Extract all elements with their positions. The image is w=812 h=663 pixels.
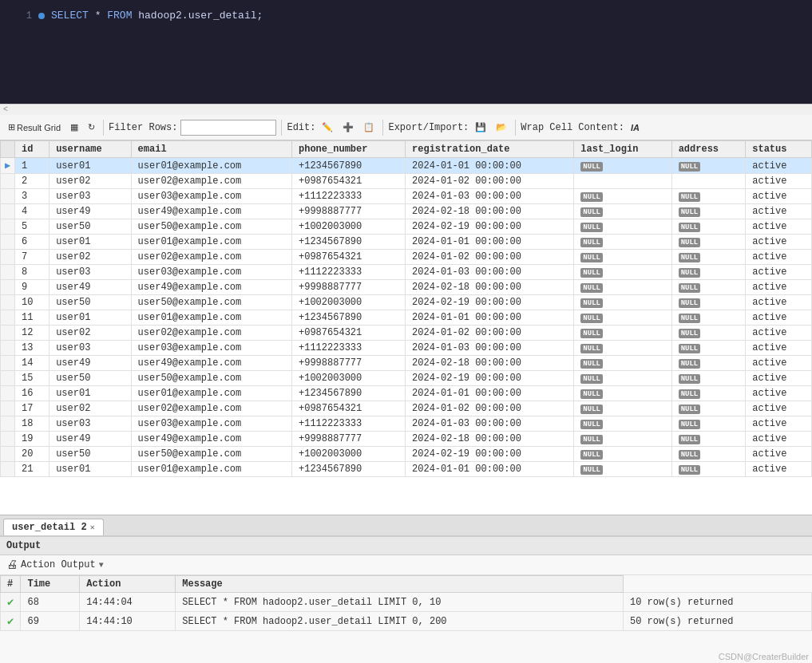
table-row[interactable]: 9 user49 user49@example.com +9998887777 … [1,280,812,295]
cell-id[interactable]: 11 [15,310,50,326]
cell-address[interactable]: NULL [671,235,746,250]
edit-pencil-button[interactable]: ✏️ [319,120,336,134]
col-email[interactable]: email [131,141,291,158]
cell-email[interactable]: user01@example.com [131,310,291,326]
cell-address[interactable]: NULL [671,189,746,204]
cell-last-login[interactable]: NULL [574,462,671,477]
cell-username[interactable]: user49 [50,356,131,371]
breakpoint-dot[interactable] [38,13,45,19]
cell-email[interactable]: user01@example.com [131,235,291,250]
cell-status[interactable]: active [746,250,812,265]
cell-phone[interactable]: +1002003000 [292,295,406,310]
cell-username[interactable]: user02 [50,326,131,341]
dropdown-arrow-icon[interactable]: ▼ [99,561,104,570]
cell-id[interactable]: 12 [15,326,50,341]
cell-reg-date[interactable]: 2024-01-03 00:00:00 [406,416,574,432]
cell-address[interactable]: NULL [671,462,746,477]
cell-username[interactable]: user03 [50,416,131,432]
cell-email[interactable]: user50@example.com [131,447,291,462]
table-row[interactable]: 5 user50 user50@example.com +1002003000 … [1,219,812,235]
edit-plus-button[interactable]: ➕ [339,120,357,134]
cell-id[interactable]: 6 [15,235,50,250]
cell-status[interactable]: active [746,371,812,386]
table-row[interactable]: 14 user49 user49@example.com +9998887777… [1,356,812,371]
table-row[interactable]: 17 user02 user02@example.com +0987654321… [1,401,812,416]
cell-email[interactable]: user02@example.com [131,326,291,341]
cell-id[interactable]: 20 [15,447,50,462]
cell-phone[interactable]: +1234567890 [292,310,406,326]
cell-id[interactable]: 10 [15,295,50,310]
table-row[interactable]: 2 user02 user02@example.com +0987654321 … [1,174,812,189]
cell-last-login[interactable]: NULL [574,204,671,219]
cell-reg-date[interactable]: 2024-01-01 00:00:00 [406,158,574,174]
cell-username[interactable]: user49 [50,432,131,447]
export-button[interactable]: 💾 [472,120,489,134]
table-row[interactable]: 21 user01 user01@example.com +1234567890… [1,462,812,477]
cell-id[interactable]: 13 [15,341,50,356]
cell-phone[interactable]: +1234567890 [292,158,406,174]
tab-close-icon[interactable]: ✕ [90,523,95,532]
table-row[interactable]: ▶ 1 user01 user01@example.com +123456789… [1,158,812,174]
cell-status[interactable]: active [746,341,812,356]
cell-id[interactable]: 5 [15,219,50,235]
cell-status[interactable]: active [746,386,812,401]
cell-address[interactable]: NULL [671,371,746,386]
cell-last-login[interactable]: NULL [574,432,671,447]
table-row[interactable]: 13 user03 user03@example.com +1112223333… [1,341,812,356]
cell-email[interactable]: user01@example.com [131,462,291,477]
cell-phone[interactable]: +9998887777 [292,204,406,219]
table-row[interactable]: 6 user01 user01@example.com +1234567890 … [1,235,812,250]
cell-last-login[interactable]: NULL [574,219,671,235]
cell-reg-date[interactable]: 2024-02-19 00:00:00 [406,295,574,310]
cell-status[interactable]: active [746,235,812,250]
cell-username[interactable]: user02 [50,250,131,265]
cell-status[interactable]: active [746,158,812,174]
cell-phone[interactable]: +1112223333 [292,341,406,356]
table-row[interactable]: 15 user50 user50@example.com +1002003000… [1,371,812,386]
cell-username[interactable]: user03 [50,341,131,356]
cell-phone[interactable]: +1002003000 [292,447,406,462]
cell-address[interactable]: NULL [671,204,746,219]
data-table-container[interactable]: id username email phone_number registrat… [0,140,812,515]
cell-address[interactable]: NULL [671,265,746,280]
cell-last-login[interactable]: NULL [574,386,671,401]
cell-email[interactable]: user03@example.com [131,341,291,356]
cell-phone[interactable]: +1112223333 [292,265,406,280]
cell-reg-date[interactable]: 2024-02-18 00:00:00 [406,432,574,447]
cell-reg-date[interactable]: 2024-02-18 00:00:00 [406,204,574,219]
cell-address[interactable]: NULL [671,280,746,295]
cell-reg-date[interactable]: 2024-01-03 00:00:00 [406,189,574,204]
col-id[interactable]: id [15,141,50,158]
cell-reg-date[interactable]: 2024-01-01 00:00:00 [406,235,574,250]
cell-address[interactable]: NULL [671,341,746,356]
cell-status[interactable]: active [746,462,812,477]
cell-id[interactable]: 8 [15,265,50,280]
sql-editor[interactable]: 1 SELECT * FROM hadoop2.user_detail; [0,0,812,104]
cell-address[interactable]: NULL [671,310,746,326]
cell-phone[interactable]: +1234567890 [292,386,406,401]
cell-username[interactable]: user50 [50,447,131,462]
cell-reg-date[interactable]: 2024-01-01 00:00:00 [406,310,574,326]
cell-reg-date[interactable]: 2024-02-19 00:00:00 [406,371,574,386]
cell-phone[interactable]: +1002003000 [292,371,406,386]
cell-username[interactable]: user50 [50,295,131,310]
cell-last-login[interactable]: NULL [574,401,671,416]
cell-id[interactable]: 9 [15,280,50,295]
cell-reg-date[interactable]: 2024-01-02 00:00:00 [406,250,574,265]
table-row[interactable]: 8 user03 user03@example.com +1112223333 … [1,265,812,280]
cell-reg-date[interactable]: 2024-01-03 00:00:00 [406,265,574,280]
cell-last-login[interactable] [574,174,671,189]
cell-phone[interactable]: +0987654321 [292,174,406,189]
result-grid-button[interactable]: ⊞ Result Grid [5,120,64,134]
cell-phone[interactable]: +1112223333 [292,189,406,204]
table-row[interactable]: 3 user03 user03@example.com +1112223333 … [1,189,812,204]
cell-id[interactable]: 19 [15,432,50,447]
import-button[interactable]: 📂 [493,120,510,134]
table-row[interactable]: 12 user02 user02@example.com +0987654321… [1,326,812,341]
cell-address[interactable]: NULL [671,447,746,462]
cell-last-login[interactable]: NULL [574,356,671,371]
cell-last-login[interactable]: NULL [574,341,671,356]
cell-username[interactable]: user50 [50,219,131,235]
filter-rows-input[interactable] [180,120,276,136]
cell-id[interactable]: 1 [15,158,50,174]
